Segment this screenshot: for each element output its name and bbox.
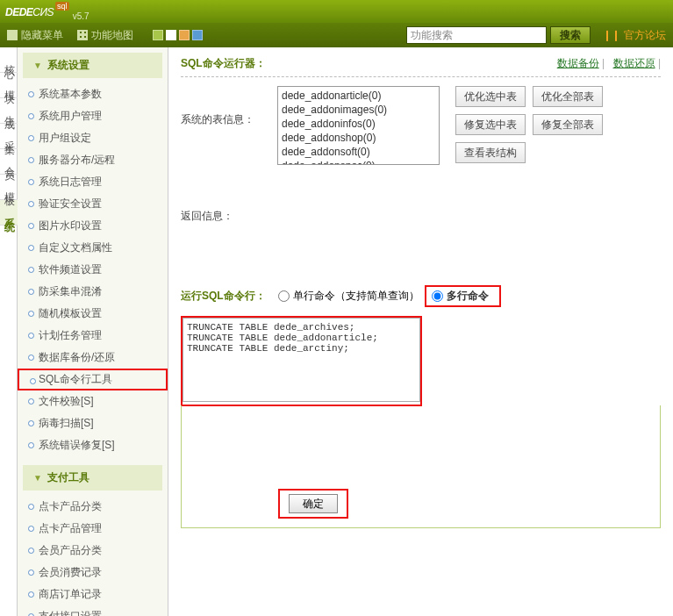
square-orange[interactable]: [179, 30, 190, 40]
func-map-link[interactable]: 功能地图: [77, 28, 133, 43]
sidebar-item[interactable]: 商店订单记录: [18, 584, 168, 605]
sidebar-item[interactable]: 点卡产品分类: [18, 496, 168, 518]
vtab-system[interactable]: 系统: [0, 200, 18, 226]
sql-run-row: 运行SQL命令行： 单行命令（支持简单查询） 多行命令: [181, 285, 661, 307]
vertical-tabs: 核心 模块 生成 采集 会员 模板 系统: [0, 47, 18, 616]
run-sql-label: 运行SQL命令行：: [181, 289, 266, 304]
content-area: SQL命令运行器： 数据备份 | 数据还原 | 系统的表信息： dede_add…: [168, 47, 673, 616]
submit-button[interactable]: 确定: [289, 494, 338, 513]
main-layout: 核心 模块 生成 采集 会员 模板 系统 ▼系统设置 系统基本参数系统用户管理用…: [0, 47, 673, 616]
repair-selected-button[interactable]: 修复选中表: [455, 114, 526, 135]
single-cmd-radio[interactable]: [278, 290, 290, 302]
table-info-row: 系统的表信息： dede_addonarticle(0)dede_addonim…: [181, 86, 661, 165]
sql-badge: sql: [55, 2, 69, 11]
sidebar-item[interactable]: SQL命令行工具: [18, 369, 168, 390]
backup-link[interactable]: 数据备份: [557, 57, 599, 69]
table-info-label: 系统的表信息：: [181, 86, 277, 127]
sidebar-list-payment: 点卡产品分类点卡产品管理会员产品分类会员消费记录商店订单记录支付接口设置配货方式…: [18, 492, 168, 616]
multi-cmd-label: 多行命令: [447, 289, 489, 304]
grid-icon: [77, 30, 88, 40]
button-row: 优化选中表 优化全部表: [455, 86, 603, 107]
separator: |: [602, 57, 605, 69]
table-row[interactable]: dede_addonshop(0): [280, 131, 437, 145]
sidebar-item[interactable]: 服务器分布/远程: [18, 149, 168, 171]
return-info-label: 返回信息：: [181, 209, 661, 224]
single-cmd-radio-wrap[interactable]: 单行命令（支持简单查询）: [278, 289, 419, 304]
vtab-generate[interactable]: 生成: [0, 98, 18, 124]
button-column: 优化选中表 优化全部表 修复选中表 修复全部表 查看表结构: [455, 86, 603, 163]
repair-all-button[interactable]: 修复全部表: [533, 114, 603, 135]
sidebar-item[interactable]: 文件校验[S]: [18, 390, 168, 412]
table-row[interactable]: dede_addonarticle(0): [280, 89, 437, 103]
color-squares: [153, 30, 203, 40]
sidebar-item[interactable]: 随机模板设置: [18, 303, 168, 325]
sidebar: ▼系统设置 系统基本参数系统用户管理用户组设定服务器分布/远程系统日志管理验证安…: [18, 47, 168, 616]
table-row[interactable]: dede_addonsoft(0): [280, 145, 437, 159]
bottom-panel: 确定: [181, 405, 661, 528]
sidebar-item[interactable]: 自定义文档属性: [18, 237, 168, 259]
sidebar-item[interactable]: 图片水印设置: [18, 215, 168, 237]
sql-textarea-highlight: [181, 316, 422, 406]
square-blue[interactable]: [192, 30, 203, 40]
sidebar-item[interactable]: 计划任务管理: [18, 325, 168, 347]
logo: DEDECИS: [5, 4, 54, 19]
page-title: SQL命令运行器：: [181, 57, 266, 69]
optimize-selected-button[interactable]: 优化选中表: [455, 86, 526, 107]
single-cmd-label: 单行命令（支持简单查询）: [293, 289, 419, 304]
sidebar-item[interactable]: 病毒扫描[S]: [18, 412, 168, 434]
sidebar-item[interactable]: 防采集串混淆: [18, 281, 168, 303]
table-row[interactable]: dede_addonimages(0): [280, 103, 437, 117]
version-label: v5.7: [73, 11, 89, 21]
arrow-down-icon: ▼: [33, 61, 42, 70]
vtab-template[interactable]: 模板: [0, 175, 18, 200]
restore-link[interactable]: 数据还原: [613, 57, 655, 69]
sidebar-item[interactable]: 会员产品分类: [18, 540, 168, 562]
sidebar-item[interactable]: 验证安全设置: [18, 193, 168, 215]
logo-thin: CИS: [32, 6, 54, 18]
vtab-member[interactable]: 会员: [0, 149, 18, 175]
hide-menu-link[interactable]: 隐藏菜单: [7, 28, 63, 43]
sql-textarea[interactable]: [183, 318, 420, 402]
hide-menu-label: 隐藏菜单: [21, 29, 63, 41]
sidebar-item[interactable]: 会员消费记录: [18, 562, 168, 584]
sidebar-section-settings[interactable]: ▼系统设置: [23, 53, 162, 78]
app-header: DEDECИS sql v5.7: [0, 0, 673, 23]
search-button[interactable]: 搜索: [550, 26, 591, 44]
sidebar-item[interactable]: 系统基本参数: [18, 83, 168, 105]
sidebar-item[interactable]: 系统日志管理: [18, 171, 168, 193]
sidebar-item[interactable]: 系统错误修复[S]: [18, 434, 168, 456]
toolbar: 隐藏菜单 功能地图 搜索 ❙❙官方论坛: [0, 23, 673, 47]
forum-link[interactable]: ❙❙官方论坛: [603, 28, 666, 43]
square-white[interactable]: [166, 30, 176, 40]
table-list[interactable]: dede_addonarticle(0)dede_addonimages(0)d…: [277, 86, 440, 165]
page-title-row: SQL命令运行器： 数据备份 | 数据还原 |: [181, 56, 661, 77]
sidebar-item[interactable]: 数据库备份/还原: [18, 347, 168, 369]
table-row[interactable]: dede_addoninfos(0): [280, 117, 437, 131]
minus-icon: [7, 30, 18, 40]
func-map-label: 功能地图: [91, 29, 133, 41]
multi-cmd-radio-wrap[interactable]: 多行命令: [432, 289, 489, 304]
square-green[interactable]: [153, 30, 163, 40]
multi-cmd-highlight: 多行命令: [425, 285, 501, 307]
sidebar-item[interactable]: 软件频道设置: [18, 259, 168, 281]
optimize-all-button[interactable]: 优化全部表: [533, 86, 603, 107]
section-label: 支付工具: [47, 470, 89, 485]
table-row[interactable]: dede_addonspec(0): [280, 159, 437, 165]
separator: |: [658, 57, 661, 69]
view-structure-button[interactable]: 查看表结构: [455, 142, 526, 163]
search-box: 搜索 ❙❙官方论坛: [406, 26, 666, 44]
vtab-collect[interactable]: 采集: [0, 124, 18, 149]
top-links: 数据备份 | 数据还原 |: [552, 56, 661, 71]
vtab-core[interactable]: 核心: [0, 47, 18, 73]
sidebar-item[interactable]: 用户组设定: [18, 127, 168, 149]
sidebar-item[interactable]: 支付接口设置: [18, 605, 168, 616]
sidebar-section-payment[interactable]: ▼支付工具: [23, 465, 162, 491]
sound-icon: ❙❙: [603, 29, 620, 41]
sidebar-item[interactable]: 系统用户管理: [18, 105, 168, 127]
vtab-module[interactable]: 模块: [0, 73, 18, 98]
search-input[interactable]: [406, 26, 547, 44]
submit-highlight: 确定: [278, 489, 348, 519]
sidebar-item[interactable]: 点卡产品管理: [18, 518, 168, 540]
arrow-down-icon: ▼: [33, 473, 42, 483]
multi-cmd-radio[interactable]: [432, 290, 443, 302]
